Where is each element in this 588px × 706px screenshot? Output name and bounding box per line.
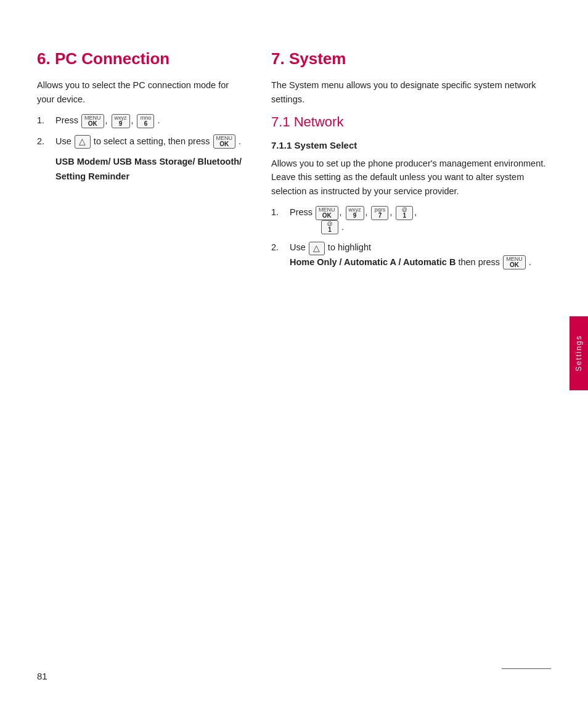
sys-step-1-content: Press MENUOK, wxyz9, pqrs7, @1, @1 . [290, 205, 551, 234]
sys-step-2-content: Use △ to highlight Home Only / Automatic… [290, 240, 551, 269]
pc-step-2: 2. Use △ to select a setting, then press… [37, 134, 247, 149]
pc-step-2-to-select: to select a setting, then press [94, 136, 213, 146]
sys-step-1-number: 1. [271, 205, 290, 219]
sys-step-2-number: 2. [271, 240, 290, 254]
nav-key-1: △ [75, 135, 91, 149]
pc-connection-intro: Allows you to select the PC connection m… [37, 78, 247, 106]
nav-key-sys2: △ [309, 242, 325, 255]
pc-connection-title: 6. PC Connection [37, 49, 247, 68]
page: 6. PC Connection Allows you to select th… [0, 0, 588, 706]
key-menu-ok-2: MENUOK [213, 134, 236, 149]
system-title: 7. System [271, 49, 551, 68]
content-columns: 6. PC Connection Allows you to select th… [37, 49, 551, 669]
pc-step-1-number: 1. [37, 113, 55, 127]
system-select-title: 7.1.1 System Select [271, 140, 551, 150]
pc-step-2-content: Use △ to select a setting, then press ME… [55, 134, 247, 149]
pc-step-1-content: Press MENUOK, wxyz9, mno6 . [55, 113, 247, 128]
left-column: 6. PC Connection Allows you to select th… [37, 49, 247, 669]
settings-tab: Settings [570, 316, 588, 390]
sys-step-2-then-press: then press [458, 257, 502, 267]
key-1at-sys2: @1 [321, 220, 338, 234]
key-menu-ok-sys-end: MENUOK [503, 255, 526, 269]
network-subsection-title: 7.1 Network [271, 113, 551, 131]
page-number: 81 [37, 671, 47, 681]
pc-step-1: 1. Press MENUOK, wxyz9, mno6 . [37, 113, 247, 128]
key-9wxyz-1: wxyz9 [112, 114, 130, 128]
right-column: 7. System The System menu allows you to … [271, 49, 551, 669]
key-7pqrs-sys1: pqrs7 [371, 206, 388, 220]
pc-options-text: USB Modem/ USB Mass Storage/ Bluetooth/ … [55, 155, 247, 183]
key-menu-ok-sys1: MENUOK [316, 206, 338, 220]
sys-step-2-use-label: Use [290, 242, 308, 252]
settings-tab-label: Settings [574, 335, 583, 371]
system-intro: The System menu allows you to designate … [271, 78, 551, 106]
pc-step-1-press-label: Press [55, 115, 81, 125]
key-6mno-1: mno6 [137, 114, 154, 128]
sys-step-1-press-label: Press [290, 207, 315, 217]
sys-step-1: 1. Press MENUOK, wxyz9, pqrs7, @1, @1 . [271, 205, 551, 234]
bottom-divider [502, 668, 551, 670]
pc-step-2-use-label: Use [55, 136, 74, 146]
pc-step-2-number: 2. [37, 134, 55, 148]
key-9wxyz-sys1: wxyz9 [346, 206, 364, 220]
key-menu-ok-1: MENUOK [81, 114, 104, 128]
sys-options-text: Home Only / Automatic A / Automatic B [290, 257, 455, 267]
system-select-description: Allows you to set up the phone producer'… [271, 157, 551, 198]
sys-step-2: 2. Use △ to highlight Home Only / Automa… [271, 240, 551, 269]
pc-options-block: USB Modem/ USB Mass Storage/ Bluetooth/ … [55, 155, 247, 183]
key-1at-sys1: @1 [396, 206, 413, 220]
sys-step-2-to-highlight: to highlight [328, 242, 371, 252]
